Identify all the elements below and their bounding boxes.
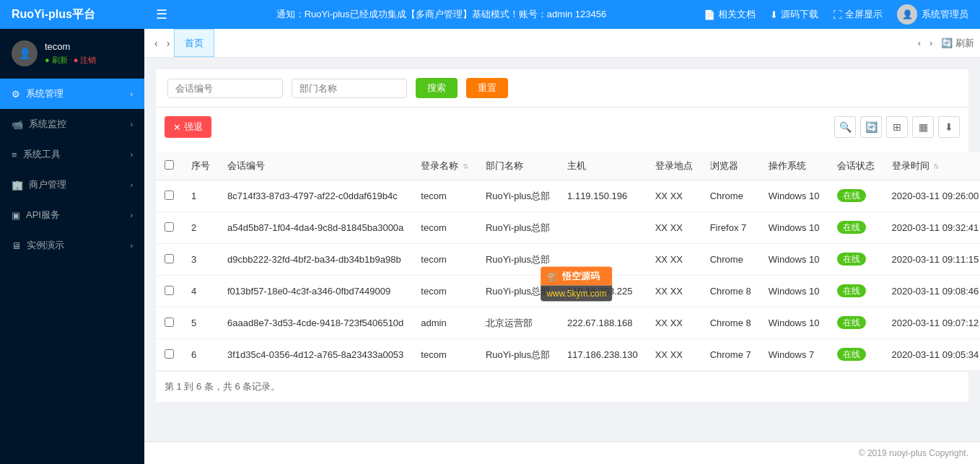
col-login-name: 登录名称 ⇅	[412, 152, 477, 180]
row-login-time: 2020-03-11 09:26:00	[883, 180, 980, 212]
row-login-time: 2020-03-11 09:32:41	[883, 212, 980, 244]
doc-link[interactable]: 📄 相关文档	[704, 8, 756, 21]
menu-toggle-icon[interactable]: ☰	[156, 6, 167, 22]
row-os: Windows 10	[760, 307, 828, 339]
row-os: Windows 10	[760, 244, 828, 276]
row-checkbox	[156, 307, 183, 339]
row-login-name: tecom	[412, 212, 477, 244]
table-row: 2 a54d5b87-1f04-4da4-9c8d-81845ba3000a t…	[156, 212, 980, 244]
sidebar-item-sys-mgmt[interactable]: ⚙ 系统管理 ›	[0, 79, 144, 109]
search-icon-btn[interactable]: 🔍	[834, 116, 856, 138]
force-logout-button[interactable]: ✕ 强退	[165, 116, 211, 138]
source-link[interactable]: ⬇ 源码下载	[770, 8, 818, 21]
dept-input[interactable]	[292, 79, 407, 98]
filter-bar: 搜索 重置	[156, 69, 968, 108]
chevron-icon: ›	[131, 121, 133, 128]
row-dept: RuoYi-plus总部	[477, 180, 559, 212]
toolbar: ✕ 强退 🔍 🔄 ⊞ ▦ ⬇	[156, 108, 968, 144]
col-dept: 部门名称	[477, 152, 559, 180]
row-index: 6	[183, 339, 219, 371]
tools-icon: ≡	[12, 149, 17, 160]
col-status: 会话状态	[828, 152, 883, 180]
force-logout-icon: ✕	[173, 122, 181, 133]
sidebar-item-merchant-mgmt[interactable]: 🏢 商户管理 ›	[0, 170, 144, 200]
row-login-name: tecom	[412, 244, 477, 276]
row-dept: RuoYi-plus总部	[477, 212, 559, 244]
refresh-icon-btn[interactable]: 🔄	[860, 116, 882, 138]
logout-link[interactable]: ● 注销	[74, 55, 97, 66]
row-browser: Chrome	[701, 244, 760, 276]
row-select-checkbox[interactable]	[165, 191, 174, 200]
tab-right-actions: ‹ › 🔄 刷新	[918, 37, 974, 50]
col-login-time: 登录时间 ⇅	[883, 152, 980, 180]
row-status: 在线	[828, 339, 883, 371]
session-id-input[interactable]	[167, 79, 283, 98]
main-content: 搜索 重置 ✕ 强退 🔍 🔄 ⊞ ▦	[144, 58, 980, 442]
table-row: 4 f013bf57-18e0-4c3f-a346-0fbd7449009 te…	[156, 276, 980, 307]
row-select-checkbox[interactable]	[165, 318, 174, 327]
tab-nav-next[interactable]: ›	[929, 38, 932, 48]
avatar: 👤	[12, 40, 38, 66]
col-checkbox	[156, 152, 183, 180]
logout-dot: ●	[74, 56, 79, 64]
reset-button[interactable]: 重置	[466, 78, 508, 98]
row-login-name: admin	[412, 307, 477, 339]
row-checkbox	[156, 244, 183, 276]
row-host: 222.67.188.168	[559, 307, 647, 339]
sidebar-item-sys-monitor[interactable]: 📹 系统监控 ›	[0, 109, 144, 139]
table-row: 3 d9cbb222-32fd-4bf2-ba34-db34b1b9a98b t…	[156, 244, 980, 276]
refresh-link[interactable]: ● 刷新	[45, 55, 68, 66]
row-login-name: tecom	[412, 276, 477, 307]
row-session-id: 6aaad8e7-3d53-4cde-9418-723f5406510d	[219, 307, 412, 339]
logo: RuoYi-plus平台	[12, 7, 156, 22]
row-os: Windows 10	[760, 180, 828, 212]
table-row: 5 6aaad8e7-3d53-4cde-9418-723f5406510d a…	[156, 307, 980, 339]
fullscreen-icon: ⛶	[833, 9, 842, 20]
sidebar-item-sys-tools[interactable]: ≡ 系统工具 ›	[0, 139, 144, 170]
row-select-checkbox[interactable]	[165, 222, 174, 232]
refresh-btn[interactable]: 🔄 刷新	[941, 37, 974, 50]
select-all-checkbox[interactable]	[165, 160, 174, 170]
row-browser: Chrome 8	[701, 307, 760, 339]
row-index: 4	[183, 276, 219, 307]
row-index: 2	[183, 212, 219, 244]
sidebar-item-demo[interactable]: 🖥 实例演示 ›	[0, 230, 144, 261]
row-browser: Chrome 7	[701, 339, 760, 371]
row-select-checkbox[interactable]	[165, 254, 174, 263]
row-browser: Chrome 8	[701, 276, 760, 307]
tab-back-btn[interactable]: ‹	[150, 38, 162, 49]
sidebar-user: 👤 tecom ● 刷新 ● 注销	[0, 29, 144, 79]
grid-icon-btn[interactable]: ▦	[912, 116, 934, 138]
row-location: XX XX	[647, 339, 701, 371]
row-dept: RuoYi-plus总部	[477, 276, 559, 307]
columns-icon-btn[interactable]: ⊞	[886, 116, 908, 138]
tab-bar: ‹ › 首页 ‹ › 🔄 刷新	[144, 29, 980, 58]
row-browser: Chrome	[701, 180, 760, 212]
search-button[interactable]: 搜索	[416, 78, 458, 98]
tab-forward-btn[interactable]: ›	[162, 38, 175, 49]
row-index: 3	[183, 244, 219, 276]
row-host	[559, 244, 647, 276]
sidebar-menu: ⚙ 系统管理 › 📹 系统监控 › ≡ 系统工具 ›	[0, 79, 144, 464]
row-checkbox	[156, 180, 183, 212]
row-select-checkbox[interactable]	[165, 286, 174, 295]
row-status: 在线	[828, 276, 883, 307]
sidebar-item-api-service[interactable]: ▣ API服务 ›	[0, 200, 144, 230]
row-login-time: 2020-03-11 09:11:15	[883, 244, 980, 276]
tab-home[interactable]: 首页	[174, 29, 214, 57]
fullscreen-link[interactable]: ⛶ 全屏显示	[833, 8, 883, 21]
row-select-checkbox[interactable]	[165, 349, 174, 359]
row-session-id: d9cbb222-32fd-4bf2-ba34-db34b1b9a98b	[219, 244, 412, 276]
content-area: ‹ › 首页 ‹ › 🔄 刷新 搜索 重置	[144, 29, 980, 464]
row-login-time: 2020-03-11 09:07:12	[883, 307, 980, 339]
row-location: XX XX	[647, 212, 701, 244]
download-icon-btn[interactable]: ⬇	[938, 116, 960, 138]
tab-nav-prev[interactable]: ‹	[918, 38, 921, 48]
chevron-icon: ›	[131, 151, 133, 159]
toolbar-left: ✕ 强退	[165, 116, 211, 138]
row-index: 1	[183, 180, 219, 212]
sessions-table: 序号 会话编号 登录名称 ⇅ 部门名称 主机 登录地点 浏览器 操作系统 会话状…	[156, 152, 980, 371]
row-checkbox	[156, 276, 183, 307]
chevron-icon: ›	[131, 211, 133, 219]
row-session-id: a54d5b87-1f04-4da4-9c8d-81845ba3000a	[219, 212, 412, 244]
